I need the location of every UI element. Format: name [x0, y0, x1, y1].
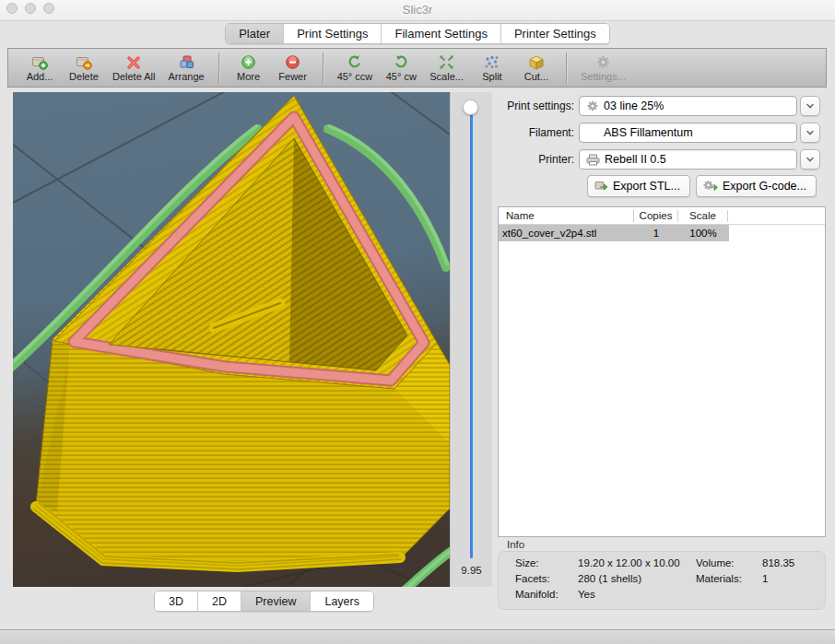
printer-icon: [586, 154, 600, 166]
column-header-name: Name: [499, 210, 634, 222]
column-header-copies: Copies: [634, 210, 678, 222]
export-stl-icon: [594, 180, 608, 193]
printer-dropdown-button[interactable]: [800, 149, 820, 170]
more-plus-icon: [241, 54, 256, 70]
add-button[interactable]: Add...: [24, 54, 55, 82]
cut-box-icon: [528, 54, 545, 70]
delete-all-x-icon: [126, 54, 141, 70]
gear-icon: [586, 100, 599, 112]
rotate-ccw-button[interactable]: 45° ccw: [337, 54, 373, 82]
scale-label: Scale...: [429, 71, 464, 82]
toolbar-separator: [323, 53, 323, 84]
materials-value: 1: [762, 573, 825, 584]
filament-label: Filament:: [498, 126, 579, 139]
rotate-cw-icon: [394, 54, 409, 70]
print-settings-label: Print settings:: [498, 100, 579, 112]
export-gcode-label: Export G-code...: [723, 180, 806, 193]
object-scale-cell: 100%: [678, 228, 728, 239]
toolbar-separator: [566, 53, 567, 84]
materials-label: Materials:: [696, 573, 762, 584]
print-settings-row: Print settings: 03 line 25%: [498, 96, 827, 116]
settings-label: Settings...: [581, 71, 626, 82]
main-tab-bar: Plater Print Settings Filament Settings …: [0, 23, 835, 44]
object-list-header: Name Copies Scale: [499, 207, 825, 225]
delete-button[interactable]: Delete: [68, 54, 100, 82]
export-stl-label: Export STL...: [613, 180, 680, 193]
size-label: Size:: [515, 557, 578, 568]
add-box-icon: [31, 54, 48, 70]
filament-row: Filament: ABS Fillamentum: [498, 123, 827, 143]
rotate-cw-button[interactable]: 45° cw: [385, 54, 417, 82]
size-value: 19.20 x 12.00 x 10.00: [578, 557, 696, 568]
delete-box-icon: [76, 54, 92, 70]
scale-button[interactable]: Scale...: [429, 54, 464, 82]
print-settings-dropdown-button[interactable]: [800, 96, 820, 116]
tab-print-settings[interactable]: Print Settings: [284, 24, 382, 43]
export-stl-button[interactable]: Export STL...: [587, 175, 690, 197]
tab-plater[interactable]: Plater: [226, 24, 284, 43]
print-settings-select[interactable]: 03 line 25%: [579, 96, 797, 116]
view-tab-2d[interactable]: 2D: [198, 591, 241, 611]
facets-value: 280 (1 shells): [578, 573, 696, 584]
export-gcode-icon: [703, 180, 718, 193]
fewer-button[interactable]: Fewer: [277, 54, 309, 82]
more-button[interactable]: More: [233, 54, 265, 82]
delete-all-label: Delete All: [112, 71, 155, 82]
view-tab-layers[interactable]: Layers: [311, 591, 373, 611]
cut-button[interactable]: Cut...: [521, 54, 552, 82]
fewer-minus-icon: [285, 54, 300, 70]
scale-arrows-icon: [439, 54, 454, 70]
more-label: More: [237, 71, 260, 82]
printer-row: Printer: Rebell II 0.5: [498, 149, 827, 170]
window-title: Slic3r: [0, 3, 835, 17]
export-gcode-button[interactable]: Export G-code...: [696, 175, 817, 197]
settings-button[interactable]: Settings...: [581, 54, 626, 82]
chevron-down-icon: [805, 154, 816, 165]
view-tab-3d[interactable]: 3D: [155, 591, 198, 611]
info-section-title: Info: [507, 539, 524, 550]
printer-value: Rebell II 0.5: [605, 153, 666, 166]
filament-select[interactable]: ABS Fillamentum: [579, 123, 797, 143]
facets-label: Facets:: [515, 573, 578, 584]
manifold-label: Manifold:: [515, 589, 578, 600]
object-list: Name Copies Scale xt60_cover_v2p4.stl 1 …: [498, 206, 826, 537]
volume-value: 818.35: [762, 557, 825, 568]
plater-3d-viewport[interactable]: [13, 92, 450, 587]
settings-gear-icon: [595, 54, 611, 70]
split-dots-icon: [484, 54, 500, 70]
object-name-cell: xt60_cover_v2p4.stl: [499, 228, 634, 239]
export-buttons: Export STL... Export G-code...: [587, 175, 817, 197]
settings-panel: Print settings: 03 line 25% Filament: AB…: [498, 92, 827, 611]
volume-label: Volume:: [696, 557, 762, 568]
chevron-down-icon: [805, 100, 816, 111]
chevron-down-icon: [805, 127, 816, 138]
view-tab-preview[interactable]: Preview: [241, 591, 311, 611]
printer-select[interactable]: Rebell II 0.5: [579, 149, 797, 170]
layer-slider: 9.95: [450, 92, 492, 587]
title-bar: Slic3r: [0, 0, 835, 21]
tab-filament-settings[interactable]: Filament Settings: [382, 24, 500, 43]
arrange-label: Arrange: [168, 71, 204, 82]
column-header-scale: Scale: [678, 210, 728, 222]
add-label: Add...: [27, 71, 53, 82]
rotate-cw-label: 45° cw: [386, 71, 417, 82]
split-label: Split: [482, 71, 501, 82]
filament-dropdown-button[interactable]: [800, 123, 820, 143]
view-tab-bar: 3D 2D Preview Layers: [154, 591, 374, 612]
split-button[interactable]: Split: [476, 54, 508, 82]
table-row[interactable]: xt60_cover_v2p4.stl 1 100%: [499, 225, 729, 241]
layer-slider-thumb[interactable]: [463, 100, 478, 115]
tab-printer-settings[interactable]: Printer Settings: [501, 24, 609, 43]
cut-label: Cut...: [524, 71, 548, 82]
print-settings-value: 03 line 25%: [604, 100, 664, 112]
arrange-button[interactable]: Arrange: [168, 54, 204, 82]
layer-slider-track[interactable]: [470, 109, 473, 558]
filament-value: ABS Fillamentum: [604, 126, 693, 139]
delete-all-button[interactable]: Delete All: [112, 54, 155, 82]
delete-label: Delete: [69, 71, 99, 82]
printer-label: Printer:: [498, 153, 579, 166]
status-bar: [0, 630, 835, 644]
layer-slider-value: 9.95: [451, 565, 492, 576]
toolbar: Add... Delete Delete All Arrange More Fe…: [7, 48, 827, 88]
arrange-cubes-icon: [179, 54, 194, 70]
